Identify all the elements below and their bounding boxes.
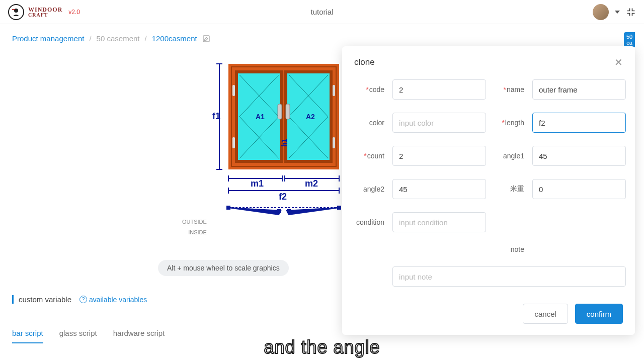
edit-icon[interactable] [202, 35, 210, 43]
window-diagram[interactable]: f1 A1 A2 h1 m1 m2 f2 [178, 59, 349, 240]
code-field[interactable] [392, 79, 486, 100]
pane-a2: A2 [306, 113, 315, 121]
svg-rect-10 [278, 104, 282, 119]
collapse-icon[interactable] [626, 7, 636, 17]
dim-m1: m1 [251, 178, 264, 189]
pane-a1: A1 [256, 113, 265, 121]
dialog-title: clone [354, 57, 375, 67]
label-mizhong: 米重 [494, 185, 524, 194]
help-icon: ? [79, 296, 87, 303]
custom-variable-heading: custom variable [19, 295, 71, 304]
brand[interactable]: WINDOOR CRAFT v2.0 [8, 4, 80, 20]
user-menu-caret-icon[interactable] [615, 11, 620, 14]
mizhong-field[interactable] [532, 179, 626, 199]
label-code: *code [354, 85, 384, 94]
svg-rect-1 [12, 9, 15, 10]
dim-h1: h1 [280, 138, 288, 147]
crumb-series[interactable]: 50 casement [97, 34, 140, 43]
angle2-field[interactable] [392, 179, 486, 199]
tab-glass-script[interactable]: glass script [59, 329, 97, 343]
condition-field[interactable] [392, 212, 486, 232]
crumb-current[interactable]: 1200casment [152, 34, 197, 43]
close-icon[interactable]: ✕ [614, 56, 623, 68]
brand-line2: CRAFT [28, 13, 62, 18]
label-note: note [494, 245, 524, 253]
label-count: *count [354, 152, 384, 160]
available-variables-link[interactable]: ? available variables [79, 296, 147, 304]
label-inside: INSIDE [188, 229, 207, 236]
topbar: WINDOOR CRAFT v2.0 tutorial [0, 0, 644, 24]
color-field[interactable] [392, 113, 486, 133]
label-angle1: angle1 [494, 152, 524, 160]
page-title: tutorial [310, 8, 333, 16]
avatar[interactable] [593, 4, 609, 20]
svg-rect-29 [287, 210, 290, 213]
breadcrumb: Product management / 50 casement / 1200c… [0, 24, 644, 49]
logo-icon [8, 4, 24, 20]
label-color: color [354, 119, 384, 127]
svg-rect-28 [277, 210, 280, 213]
dim-f1: f1 [212, 111, 220, 121]
side-badge[interactable]: 50 ca [624, 32, 635, 47]
clone-dialog: clone ✕ *code *name color *length *count… [342, 46, 635, 335]
tab-hardware-script[interactable]: hardware script [113, 329, 165, 343]
confirm-button[interactable]: confirm [575, 304, 623, 324]
angle1-field[interactable] [532, 146, 626, 166]
label-length: *length [494, 119, 524, 127]
side-labels: OUTSIDE INSIDE [182, 219, 207, 236]
tab-bar-script[interactable]: bar script [12, 329, 43, 343]
dim-m2: m2 [305, 178, 318, 189]
dim-f2: f2 [279, 192, 287, 202]
svg-rect-13 [232, 137, 235, 148]
svg-rect-12 [232, 85, 235, 96]
cancel-button[interactable]: cancel [523, 304, 568, 324]
label-condition: condition [354, 218, 384, 226]
svg-rect-15 [333, 137, 335, 148]
brand-line1: WINDOOR [28, 7, 62, 13]
svg-rect-2 [203, 36, 209, 42]
subtitle-caption: and the angle [264, 337, 380, 358]
length-field[interactable] [532, 113, 626, 133]
crumb-product[interactable]: Product management [12, 34, 84, 43]
zoom-hint: Alt + mouse wheel to scale graphics [158, 260, 289, 276]
note-field[interactable] [392, 266, 626, 287]
label-outside: OUTSIDE [182, 219, 207, 226]
label-angle2: angle2 [354, 185, 384, 193]
label-name: *name [494, 85, 524, 94]
name-field[interactable] [532, 79, 626, 100]
count-field[interactable] [392, 146, 486, 166]
svg-rect-14 [333, 85, 335, 96]
svg-rect-11 [286, 104, 290, 119]
version-label: v2.0 [68, 9, 80, 16]
logo-text: WINDOOR CRAFT [28, 7, 62, 18]
